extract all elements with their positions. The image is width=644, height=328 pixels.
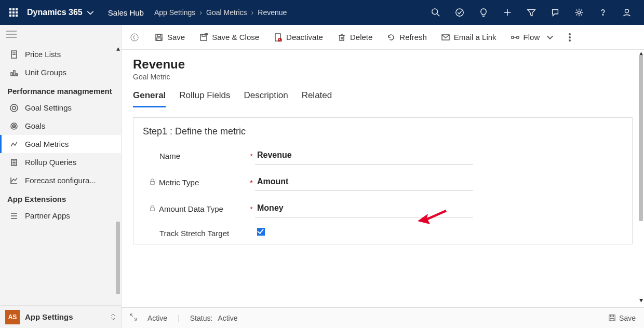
- save-button[interactable]: Save: [149, 30, 191, 45]
- target-icon: [9, 122, 19, 130]
- svg-point-6: [578, 11, 580, 13]
- svg-point-22: [14, 126, 15, 127]
- chevron-right-icon: ›: [251, 8, 254, 17]
- sidebar-item-label: Goals: [25, 121, 45, 130]
- svg-rect-35: [200, 34, 207, 40]
- task-icon[interactable]: [448, 0, 472, 25]
- cmd-label: Deactivate: [286, 33, 323, 42]
- cmd-label: Delete: [350, 33, 372, 42]
- content-scrollbar[interactable]: ▴ ▾: [638, 50, 644, 303]
- refresh-button[interactable]: Refresh: [381, 30, 433, 45]
- sidebar-toggle-icon[interactable]: [0, 25, 121, 45]
- required-indicator-icon: *: [248, 179, 255, 187]
- chevron-down-icon: [546, 33, 554, 42]
- sidebar-item-goals[interactable]: Goals: [0, 117, 121, 135]
- document-icon: [9, 50, 19, 59]
- sidebar-item-forecast-configuration[interactable]: Forecast configura...: [0, 171, 121, 189]
- cmd-label: Flow: [524, 33, 540, 42]
- sidebar-item-unit-groups[interactable]: Unit Groups: [0, 63, 121, 81]
- status-value: Active: [218, 314, 237, 322]
- svg-marker-5: [528, 10, 535, 16]
- scroll-up-icon[interactable]: ▴: [115, 45, 121, 51]
- sidebar-item-goal-settings[interactable]: Goal Settings: [0, 99, 121, 117]
- page-title: Revenue: [133, 57, 633, 72]
- sidebar-scrollbar[interactable]: ▴: [115, 45, 121, 305]
- more-commands-button[interactable]: [562, 30, 577, 45]
- cmd-label: Save & Close: [212, 33, 259, 42]
- sidebar-item-label: Goal Settings: [25, 103, 72, 112]
- svg-rect-15: [11, 73, 12, 76]
- lightbulb-icon[interactable]: [472, 0, 495, 25]
- record-state-label: Active: [147, 314, 167, 322]
- settings-icon[interactable]: [567, 0, 591, 25]
- svg-rect-56: [611, 315, 614, 317]
- svg-point-31: [131, 34, 138, 41]
- brand-title: Dynamics 365: [27, 8, 83, 17]
- status-label: Status:: [190, 314, 213, 322]
- required-indicator-icon: *: [248, 205, 255, 213]
- svg-rect-41: [340, 35, 344, 40]
- svg-line-54: [134, 318, 137, 320]
- svg-rect-36: [202, 34, 205, 36]
- scrollbar-thumb[interactable]: [639, 55, 643, 221]
- lock-icon: [149, 204, 156, 213]
- svg-rect-33: [157, 34, 160, 36]
- flow-button[interactable]: Flow: [505, 30, 561, 45]
- breadcrumb-item[interactable]: Revenue: [258, 8, 287, 17]
- assistant-icon[interactable]: [543, 0, 567, 25]
- name-field[interactable]: Revenue: [255, 147, 473, 165]
- plus-icon[interactable]: [495, 0, 519, 25]
- svg-rect-51: [151, 208, 154, 211]
- user-icon[interactable]: [615, 0, 639, 25]
- sidebar-item-label: Rollup Queries: [25, 158, 76, 167]
- sidebar-item-rollup-queries[interactable]: Rollup Queries: [0, 153, 121, 171]
- track-stretch-checkbox[interactable]: [257, 228, 265, 236]
- deactivate-button[interactable]: Deactivate: [267, 30, 329, 45]
- area-name[interactable]: Sales Hub: [108, 8, 144, 17]
- sidebar-footer-label[interactable]: App Settings: [25, 312, 73, 321]
- svg-point-8: [625, 9, 628, 13]
- save-and-close-button[interactable]: Save & Close: [193, 30, 265, 45]
- required-indicator-icon: *: [248, 152, 255, 160]
- expand-icon[interactable]: [130, 313, 137, 322]
- command-bar: Save Save & Close Deactivate Delete Refr…: [122, 25, 644, 50]
- form-statusbar: Active | Status: Active Save: [122, 307, 644, 328]
- tab-rollup-fields[interactable]: Rollup Fields: [179, 90, 230, 107]
- tabs: General Rollup Fields Description Relate…: [122, 81, 644, 108]
- sidebar-item-goal-metrics[interactable]: Goal Metrics: [0, 135, 121, 153]
- breadcrumb-item[interactable]: Goal Metrics: [206, 8, 247, 17]
- amount-data-type-field[interactable]: Money: [255, 200, 473, 217]
- search-icon[interactable]: [424, 0, 448, 25]
- chart-icon: [9, 176, 19, 185]
- sidebar: Price Lists Unit Groups Performance mana…: [0, 25, 122, 328]
- scrollbar-thumb[interactable]: [116, 222, 120, 294]
- sidebar-item-label: Forecast configura...: [25, 176, 96, 185]
- lock-icon: [149, 178, 156, 187]
- tab-related[interactable]: Related: [302, 90, 332, 107]
- metric-type-field[interactable]: Amount: [255, 174, 473, 191]
- sidebar-item-price-lists[interactable]: Price Lists: [0, 45, 121, 63]
- app-launcher-icon[interactable]: [5, 4, 22, 21]
- sidebar-item-label: Partner Apps: [25, 211, 70, 220]
- sidebar-item-label: Price Lists: [25, 50, 61, 59]
- svg-rect-17: [16, 74, 18, 76]
- delete-button[interactable]: Delete: [331, 30, 379, 45]
- tab-general[interactable]: General: [133, 90, 166, 107]
- entity-name-label: Goal Metric: [133, 73, 633, 81]
- svg-point-7: [602, 15, 603, 15]
- filter-icon[interactable]: [519, 0, 543, 25]
- field-label-amount-data-type: Amount Data Type: [159, 204, 223, 213]
- brand-dropdown-icon[interactable]: [86, 8, 95, 17]
- scroll-down-icon[interactable]: ▾: [639, 296, 643, 304]
- area-switcher-icon[interactable]: [111, 313, 116, 320]
- help-icon[interactable]: [591, 0, 615, 25]
- back-button[interactable]: [126, 29, 143, 46]
- cmd-label: Save: [167, 33, 185, 42]
- statusbar-save-button[interactable]: Save: [608, 314, 636, 322]
- form-section: Step1 : Define the metric Name * Revenue…: [133, 117, 633, 244]
- tab-description[interactable]: Description: [244, 90, 288, 107]
- email-a-link-button[interactable]: Email a Link: [435, 30, 503, 45]
- breadcrumb-item[interactable]: App Settings: [154, 8, 195, 17]
- sidebar-item-partner-apps[interactable]: Partner Apps: [0, 207, 121, 225]
- gear-icon: [9, 104, 19, 112]
